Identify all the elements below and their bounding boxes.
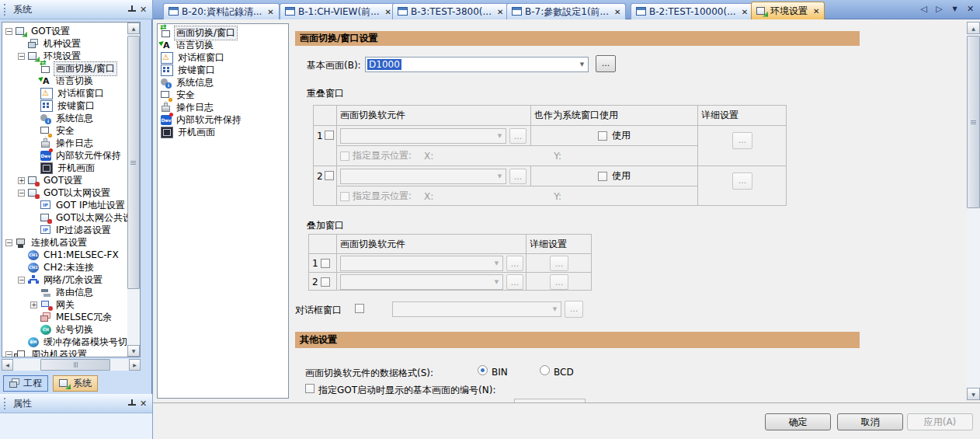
collapse-icon[interactable]: − (5, 28, 12, 35)
doc-tab-b1[interactable]: B-1:CH-VIEW(前...✕ (280, 3, 397, 19)
dialog-window-browse-button[interactable]: ... (565, 301, 583, 318)
dialog-window-checkbox[interactable] (355, 304, 364, 313)
row-1-detail-button[interactable]: ... (732, 132, 752, 149)
row-1-device-combobox[interactable]: ▼ (340, 128, 506, 144)
dock-tab-project[interactable]: 工程 (3, 375, 48, 392)
scroll-up-icon[interactable]: ▲ (127, 23, 140, 34)
close-tab-icon[interactable]: ✕ (813, 7, 819, 16)
row-1-enable-checkbox[interactable] (325, 131, 334, 140)
tree-item[interactable]: 对话框窗口 (40, 87, 106, 99)
close-tab-icon[interactable]: ✕ (497, 8, 503, 16)
bcd-radio[interactable] (540, 365, 550, 375)
cancel-button[interactable]: 取消 (837, 413, 903, 430)
row-1-use-checkbox[interactable] (598, 131, 607, 141)
scrollbar-thumb[interactable] (127, 36, 140, 289)
superimpose-1-checkbox[interactable] (321, 259, 330, 268)
list-item[interactable]: 操作日志 (161, 101, 215, 113)
list-item[interactable]: 按键窗口 (161, 64, 217, 76)
scroll-down-icon[interactable]: ▼ (967, 388, 980, 400)
tree-item[interactable]: −环境设置 (18, 50, 82, 62)
tree-item[interactable]: +GOT设置 (18, 174, 84, 186)
tree-item[interactable]: −GOT以太网设置 (18, 186, 112, 199)
close-document-icon[interactable]: ✕ (965, 4, 975, 15)
doc-tab-b2[interactable]: B-2:TEST-10000(...✕ (631, 3, 753, 19)
collapse-icon[interactable]: − (18, 53, 25, 60)
tree-item[interactable]: CH2:未连接 (28, 261, 96, 274)
expand-icon[interactable]: + (30, 301, 37, 308)
tree-item[interactable]: 画面切换/窗口 (40, 62, 116, 75)
list-item[interactable]: 开机画面 (161, 126, 217, 138)
expand-icon[interactable]: + (18, 177, 25, 184)
tree-item[interactable]: 语言切换 (40, 75, 95, 87)
tree-item[interactable]: GOT IP地址设置 (40, 199, 127, 211)
superimpose-2-detail-button[interactable]: ... (550, 274, 568, 290)
base-screen-browse-button[interactable]: ... (596, 55, 616, 72)
superimpose-1-browse-button[interactable]: ... (506, 256, 523, 271)
chevron-down-icon[interactable]: ▼ (491, 275, 502, 289)
tree-item[interactable]: −网络/冗余设置 (18, 274, 104, 286)
doc-tab-environment-settings[interactable]: 环境设置✕ (751, 2, 825, 19)
tree-item[interactable]: 机种设置 (28, 37, 82, 50)
tree-item[interactable]: 站号切换 (40, 323, 95, 336)
scrollbar-thumb[interactable] (967, 36, 980, 208)
tree-item[interactable]: −连接机器设置 (5, 236, 89, 249)
tree-item[interactable]: 缓冲存储器模块号切换 (28, 336, 138, 348)
tree-item[interactable]: 按键窗口 (40, 99, 96, 112)
tree-item[interactable]: −GOT设置 (5, 25, 71, 37)
superimpose-2-combobox[interactable]: ▼ (340, 274, 503, 290)
tree-item[interactable]: 系统信息 (40, 112, 95, 124)
list-item[interactable]: 安全 (161, 89, 196, 101)
tree-item[interactable]: IP过滤器设置 (40, 224, 113, 236)
close-tab-icon[interactable]: ✕ (385, 8, 391, 16)
collapse-icon[interactable]: − (5, 351, 12, 358)
superimpose-1-detail-button[interactable]: ... (550, 256, 568, 271)
close-icon[interactable]: ✕ (137, 4, 149, 16)
doc-tab-b20[interactable]: B-20:資料記錄清...✕ (163, 3, 280, 19)
startup-screen-checkbox[interactable] (305, 384, 315, 393)
close-tab-icon[interactable]: ✕ (267, 8, 273, 16)
superimpose-1-combobox[interactable]: ▼ (340, 256, 503, 271)
list-item[interactable]: 系统信息 (161, 76, 215, 89)
row-2-use-checkbox[interactable] (598, 172, 607, 181)
close-tab-icon[interactable]: ✕ (614, 8, 620, 16)
tree-item[interactable]: 路由信息 (40, 286, 95, 298)
previous-tab-icon[interactable]: ◁ (919, 4, 929, 15)
panel-grip[interactable] (4, 398, 9, 409)
chevron-down-icon[interactable]: ▼ (494, 129, 506, 143)
scroll-down-icon[interactable]: ▼ (127, 345, 140, 357)
chevron-down-icon[interactable]: ▼ (549, 302, 561, 316)
tree-item[interactable]: MELSEC冗余 (40, 311, 113, 323)
scroll-left-icon[interactable]: ◀ (2, 359, 13, 371)
collapse-icon[interactable]: − (18, 277, 25, 284)
dock-tab-system[interactable]: 系统 (53, 375, 98, 392)
pin-icon[interactable] (126, 4, 137, 16)
ok-button[interactable]: 确定 (765, 413, 831, 430)
chevron-down-icon[interactable]: ▼ (576, 57, 588, 71)
list-item[interactable]: 内部软元件保持 (161, 113, 243, 126)
superimpose-2-browse-button[interactable]: ... (506, 274, 523, 290)
scroll-right-icon[interactable]: ▶ (129, 359, 141, 371)
tree-item[interactable]: +网关 (30, 298, 76, 311)
row-2-device-browse-button[interactable]: ... (509, 169, 526, 184)
tree-item[interactable]: CH1:MELSEC-FX (28, 249, 120, 261)
scroll-up-icon[interactable]: ▲ (967, 22, 980, 34)
doc-tab-b3[interactable]: B-3:TEST-3800(...✕ (392, 3, 509, 19)
row-1-device-browse-button[interactable]: ... (509, 128, 526, 144)
tree-item[interactable]: 安全 (40, 124, 76, 137)
close-icon[interactable]: ✕ (137, 398, 149, 409)
dialog-window-combobox[interactable]: ▼ (392, 301, 561, 317)
list-item[interactable]: 对话框窗口 (161, 51, 226, 64)
collapse-icon[interactable]: − (5, 239, 12, 246)
row-2-position-checkbox[interactable] (340, 192, 349, 201)
panel-grip[interactable] (4, 4, 9, 16)
doc-tab-b7[interactable]: B-7:參數設定1(前...✕ (506, 3, 626, 19)
list-item[interactable]: 画面切换/窗口 (161, 26, 237, 39)
row-2-detail-button[interactable]: ... (732, 172, 752, 190)
superimpose-2-checkbox[interactable] (321, 277, 330, 287)
bin-radio[interactable] (478, 365, 488, 375)
chevron-down-icon[interactable]: ▼ (491, 256, 502, 270)
row-2-enable-checkbox[interactable] (325, 171, 334, 180)
collapse-icon[interactable]: − (18, 190, 25, 197)
chevron-down-icon[interactable]: ▼ (494, 169, 506, 183)
tree-item[interactable]: 开机画面 (40, 162, 96, 174)
